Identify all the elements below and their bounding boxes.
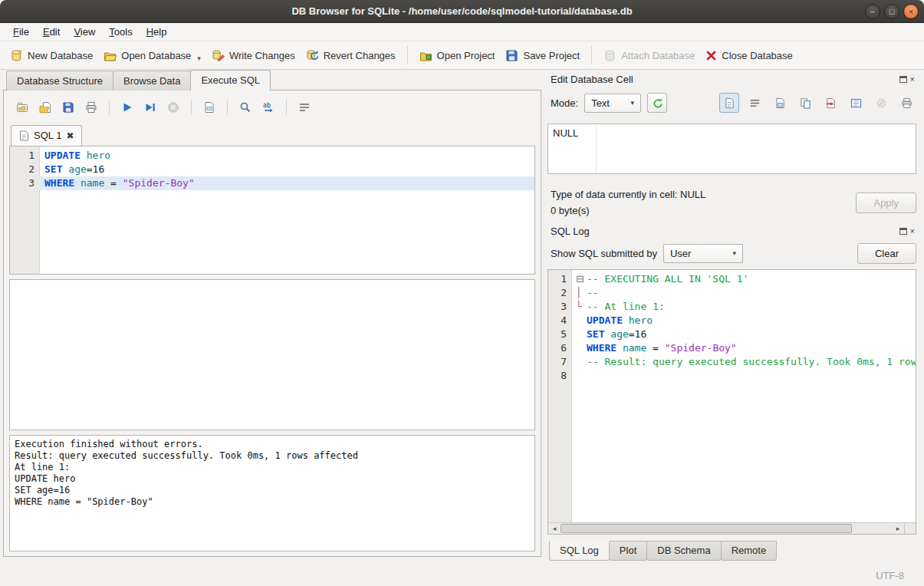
menu-file[interactable]: File bbox=[6, 24, 36, 40]
sql-log-header: SQL Log × bbox=[547, 223, 916, 239]
scroll-right-icon[interactable]: ▸ bbox=[892, 523, 904, 534]
fold-marker-icon: ⊟ bbox=[576, 272, 584, 286]
import-cell-icon[interactable] bbox=[820, 93, 840, 113]
sql-log-view[interactable]: 1⊟-- EXECUTING ALL IN 'SQL 1'2│--3└-- At… bbox=[548, 270, 916, 522]
execution-message[interactable]: Execution finished without errors. Resul… bbox=[9, 435, 535, 551]
word-wrap-cell-icon[interactable] bbox=[745, 93, 765, 113]
cell-info-row: Type of data currently in cell: NULL 0 b… bbox=[547, 183, 916, 222]
code-token: =16 bbox=[87, 163, 104, 175]
tab-execute-sql[interactable]: Execute SQL bbox=[190, 70, 271, 91]
revert-changes-button[interactable]: Revert Changes bbox=[301, 45, 401, 66]
menu-tools[interactable]: Tools bbox=[102, 24, 139, 40]
tab-sql-log[interactable]: SQL Log bbox=[549, 541, 610, 561]
execute-line-icon[interactable] bbox=[140, 97, 160, 117]
code-token: SET bbox=[587, 328, 604, 340]
save-project-button[interactable]: Save Project bbox=[500, 45, 585, 66]
tab-plot[interactable]: Plot bbox=[609, 541, 647, 561]
code-token: SET bbox=[44, 163, 62, 175]
code-line[interactable]: 1⊟-- EXECUTING ALL IN 'SQL 1' bbox=[548, 272, 916, 286]
results-grid[interactable] bbox=[9, 279, 535, 430]
toolbar-separator bbox=[407, 46, 408, 64]
menu-view[interactable]: View bbox=[67, 24, 102, 40]
clear-button[interactable]: Clear bbox=[857, 243, 916, 264]
menu-help[interactable]: Help bbox=[140, 24, 174, 40]
cell-editor[interactable]: NULL bbox=[547, 123, 916, 174]
tab-browse-data[interactable]: Browse Data bbox=[113, 71, 191, 91]
new-database-button[interactable]: New Database bbox=[5, 45, 98, 66]
tab-database-structure[interactable]: Database Structure bbox=[6, 71, 113, 91]
cell-value: NULL bbox=[553, 127, 578, 139]
stop-execution-icon[interactable] bbox=[163, 97, 183, 117]
write-changes-button[interactable]: Write Changes bbox=[206, 45, 301, 66]
tab-remote[interactable]: Remote bbox=[721, 541, 778, 561]
open-sql-file-icon[interactable] bbox=[35, 97, 55, 117]
code-token: -- At line 1: bbox=[587, 301, 665, 312]
close-database-button[interactable]: Close Database bbox=[700, 46, 798, 65]
chevron-down-icon: ▾ bbox=[631, 99, 635, 107]
copy-cell-icon[interactable] bbox=[795, 93, 815, 113]
filter-label: Show SQL submitted by bbox=[551, 248, 657, 259]
open-database-icon bbox=[104, 49, 117, 62]
print-cell-icon[interactable] bbox=[896, 93, 916, 113]
open-database-button[interactable]: Open Database ▾ bbox=[98, 45, 206, 66]
maximize-icon[interactable]: □ bbox=[884, 4, 899, 19]
apply-button[interactable]: Apply bbox=[856, 193, 916, 213]
open-project-button[interactable]: Open Project bbox=[414, 45, 501, 66]
encoding-indicator[interactable]: UTF-8 bbox=[876, 570, 904, 581]
code-line[interactable]: 5SET age=16 bbox=[548, 328, 916, 341]
open-database-dropdown-icon[interactable]: ▾ bbox=[197, 54, 201, 62]
mode-select[interactable]: Text ▾ bbox=[584, 94, 641, 113]
write-changes-icon bbox=[212, 49, 225, 62]
auto-mode-icon[interactable] bbox=[647, 93, 667, 113]
export-cell-icon[interactable] bbox=[846, 93, 866, 113]
float-panel-icon[interactable] bbox=[899, 228, 907, 235]
float-panel-icon[interactable] bbox=[899, 76, 907, 83]
code-line[interactable]: 6WHERE name = "Spider-Boy" bbox=[548, 341, 916, 355]
sql-tab-close-icon[interactable]: ✖ bbox=[66, 130, 74, 141]
attach-database-button[interactable]: Attach Database bbox=[598, 45, 700, 66]
close-panel-icon[interactable]: × bbox=[910, 75, 915, 83]
toolbar-separator bbox=[191, 100, 192, 115]
code-token bbox=[74, 177, 81, 189]
save-sql-file-icon[interactable] bbox=[58, 97, 78, 117]
code-line[interactable]: 2SET age=16 bbox=[10, 163, 534, 176]
scrollbar-thumb[interactable] bbox=[561, 524, 852, 533]
code-token: WHERE bbox=[587, 342, 617, 354]
code-line[interactable]: 3WHERE name = "Spider-Boy" bbox=[10, 176, 534, 190]
sql-tab[interactable]: SQL 1 ✖ bbox=[11, 125, 82, 146]
save-cell-icon[interactable] bbox=[770, 93, 790, 113]
text-mode-icon[interactable] bbox=[719, 93, 739, 113]
sql-code-editor[interactable]: 1UPDATE hero2SET age=163WHERE name = "Sp… bbox=[9, 146, 535, 275]
close-panel-icon[interactable]: × bbox=[910, 227, 915, 235]
code-line[interactable]: 4UPDATE hero bbox=[548, 314, 916, 328]
minimize-icon[interactable]: − bbox=[865, 4, 880, 19]
open-sql-tab-icon[interactable] bbox=[12, 97, 32, 117]
line-content: UPDATE hero bbox=[571, 314, 916, 328]
menu-edit[interactable]: Edit bbox=[36, 24, 67, 40]
app-window: DB Browser for SQLite - /home/user/code/… bbox=[0, 0, 924, 586]
close-window-icon[interactable]: × bbox=[903, 4, 919, 19]
cell-mode-row: Mode: Text ▾ bbox=[547, 91, 916, 114]
submitted-by-value: User bbox=[670, 248, 691, 259]
set-null-icon[interactable] bbox=[871, 93, 891, 113]
submitted-by-select[interactable]: User ▾ bbox=[663, 244, 743, 263]
toolbar-separator bbox=[591, 46, 592, 64]
execute-all-icon[interactable] bbox=[117, 97, 137, 117]
word-wrap-icon[interactable] bbox=[294, 97, 314, 117]
scrollbar-track[interactable] bbox=[561, 523, 892, 534]
tab-db-schema[interactable]: DB Schema bbox=[646, 541, 721, 561]
save-results-icon[interactable] bbox=[199, 97, 219, 117]
code-line[interactable]: 1UPDATE hero bbox=[10, 149, 534, 163]
code-line[interactable]: 8 bbox=[548, 369, 916, 383]
code-line[interactable]: 3└-- At line 1: bbox=[548, 300, 916, 314]
scroll-left-icon[interactable]: ◂ bbox=[548, 523, 561, 534]
code-line[interactable]: 2│-- bbox=[548, 286, 916, 300]
title-bar[interactable]: DB Browser for SQLite - /home/user/code/… bbox=[0, 0, 924, 23]
find-replace-icon[interactable]: ab bbox=[258, 97, 278, 117]
line-number: 1 bbox=[548, 272, 571, 286]
code-line[interactable]: 7-- Result: query executed successfully.… bbox=[548, 355, 916, 369]
scrollbar-corner bbox=[904, 523, 916, 534]
horizontal-scrollbar[interactable]: ◂ ▸ bbox=[548, 522, 916, 534]
print-sql-icon[interactable] bbox=[81, 97, 101, 117]
find-icon[interactable] bbox=[235, 97, 255, 117]
